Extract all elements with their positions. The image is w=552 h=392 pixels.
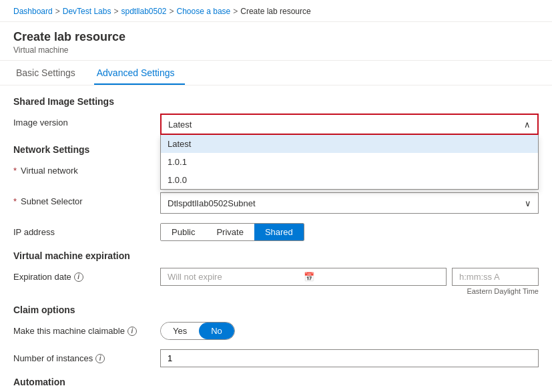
expiration-info-icon[interactable]: i — [74, 272, 83, 282]
claimable-label: Make this machine claimable i — [13, 322, 160, 336]
tab-basic[interactable]: Basic Settings — [13, 61, 86, 85]
page-subtitle: Virtual machine — [13, 45, 539, 55]
num-instances-row: Number of instances i — [13, 349, 539, 367]
shared-image-title: Shared Image Settings — [13, 96, 539, 107]
expiry-date-placeholder: Will not expire — [168, 272, 304, 282]
breadcrumb-lab[interactable]: spdtllab0502 — [121, 7, 166, 16]
tab-advanced[interactable]: Advanced Settings — [94, 61, 186, 85]
yes-btn[interactable]: Yes — [161, 323, 199, 339]
expiry-date-picker[interactable]: Will not expire 📅 — [160, 268, 447, 286]
image-option-100[interactable]: 1.0.0 — [161, 171, 538, 189]
claimable-row: Make this machine claimable i Yes No — [13, 322, 539, 340]
expiry-time-placeholder: h:mm:ss A — [459, 272, 500, 282]
ip-shared-btn[interactable]: Shared — [254, 224, 304, 240]
image-version-list: Latest 1.0.1 1.0.0 — [160, 135, 539, 190]
required-star2: * — [13, 196, 17, 206]
image-version-row: Image version Latest ∧ Latest 1.0.1 1.0.… — [13, 114, 539, 135]
breadcrumb-current: Create lab resource — [240, 7, 310, 16]
image-version-control: Latest ∧ Latest 1.0.1 1.0.0 — [160, 114, 539, 135]
instances-info-icon[interactable]: i — [95, 354, 105, 363]
image-option-101[interactable]: 1.0.1 — [161, 153, 538, 171]
breadcrumb-devtest[interactable]: DevTest Labs — [63, 7, 111, 16]
image-version-dropdown[interactable]: Latest ∧ — [160, 114, 539, 135]
image-option-latest[interactable]: Latest — [161, 135, 538, 153]
claim-options-title: Claim options — [13, 305, 539, 315]
claimable-control: Yes No — [160, 322, 539, 340]
subnet-row: * Subnet Selector DtlspdtlIab0502Subnet … — [13, 192, 539, 214]
num-instances-control — [160, 349, 539, 367]
ip-address-row: IP address Public Private Shared — [13, 223, 539, 241]
expiry-row: Will not expire 📅 h:mm:ss A — [160, 268, 539, 286]
required-star: * — [13, 166, 17, 176]
yes-no-toggle: Yes No — [160, 322, 235, 340]
image-version-label: Image version — [13, 114, 160, 128]
breadcrumb-dashboard[interactable]: Dashboard — [13, 7, 53, 16]
subnet-label: * Subnet Selector — [13, 192, 160, 206]
main-content: Shared Image Settings Image version Late… — [0, 85, 552, 387]
expiration-date-row: Expiration date i Will not expire 📅 h:mm… — [13, 268, 539, 295]
ip-address-control: Public Private Shared — [160, 223, 539, 241]
claimable-info-icon[interactable]: i — [127, 327, 137, 336]
chevron-down-icon2: ∨ — [525, 198, 531, 208]
timezone-text: Eastern Daylight Time — [160, 287, 539, 295]
expiration-control: Will not expire 📅 h:mm:ss A Eastern Dayl… — [160, 268, 539, 295]
expiration-date-label: Expiration date i — [13, 268, 160, 282]
virtual-network-label: * Virtual network — [13, 162, 160, 176]
ip-toggle: Public Private Shared — [160, 223, 304, 241]
shared-image-section: Shared Image Settings Image version Late… — [13, 96, 539, 135]
subnet-control: DtlspdtlIab0502Subnet ∨ — [160, 192, 539, 214]
vm-expiration-title: Virtual machine expiration — [13, 250, 539, 261]
ip-address-label: IP address — [13, 223, 160, 237]
image-version-value: Latest — [168, 120, 192, 130]
automation-section: Automation View ARM template — [13, 377, 539, 387]
vm-expiration-section: Virtual machine expiration Expiration da… — [13, 250, 539, 295]
num-instances-input[interactable] — [160, 349, 539, 367]
claim-options-section: Claim options Make this machine claimabl… — [13, 305, 539, 367]
subnet-dropdown[interactable]: DtlspdtlIab0502Subnet ∨ — [160, 192, 539, 214]
automation-title: Automation — [13, 377, 539, 387]
ip-public-btn[interactable]: Public — [161, 224, 206, 240]
page-header: Create lab resource Virtual machine — [0, 22, 552, 61]
tab-bar: Basic Settings Advanced Settings — [0, 61, 552, 85]
num-instances-label: Number of instances i — [13, 349, 160, 363]
breadcrumb: Dashboard > DevTest Labs > spdtllab0502 … — [0, 0, 552, 22]
page-title: Create lab resource — [13, 30, 539, 44]
calendar-icon: 📅 — [304, 272, 440, 282]
subnet-value: DtlspdtlIab0502Subnet — [168, 198, 256, 208]
chevron-up-icon: ∧ — [524, 120, 531, 130]
breadcrumb-choose-base[interactable]: Choose a base — [177, 7, 231, 16]
expiry-time-input[interactable]: h:mm:ss A — [452, 268, 539, 286]
no-btn[interactable]: No — [199, 323, 234, 339]
ip-private-btn[interactable]: Private — [206, 224, 254, 240]
